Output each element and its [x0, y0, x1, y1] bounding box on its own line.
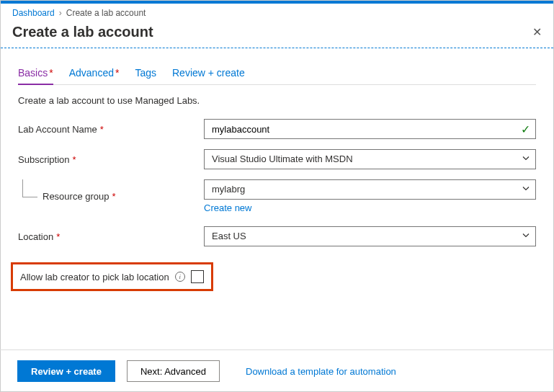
row-subscription: Subscription* Visual Studio Ultimate wit… [18, 149, 536, 169]
subscription-value: Visual Studio Ultimate with MSDN [212, 153, 353, 164]
tab-advanced[interactable]: Advanced* [69, 63, 120, 84]
tab-review[interactable]: Review + create [172, 63, 245, 84]
form-description: Create a lab account to use Managed Labs… [18, 95, 536, 106]
row-lab-account-name: Lab Account Name* ✓ [18, 119, 536, 139]
create-new-rg-link[interactable]: Create new [204, 202, 251, 213]
resource-group-select[interactable]: mylabrg [204, 179, 536, 200]
close-icon[interactable]: ✕ [532, 25, 542, 39]
resource-group-value: mylabrg [212, 184, 245, 195]
breadcrumb-root[interactable]: Dashboard [12, 8, 55, 18]
page-title: Create a lab account [12, 24, 153, 40]
required-asterisk: * [49, 67, 53, 79]
row-location: Location* East US [18, 226, 536, 246]
tab-advanced-label: Advanced [69, 67, 114, 79]
footer-bar: Review + create Next: Advanced Download … [0, 349, 554, 392]
breadcrumb-current: Create a lab account [66, 8, 146, 18]
tab-tags[interactable]: Tags [135, 63, 156, 84]
label-lab-account-name: Lab Account Name* [18, 124, 204, 135]
allow-lab-creator-checkbox[interactable] [191, 270, 204, 283]
row-resource-group: Resource group* mylabrg Create new [18, 179, 536, 213]
label-allow-lab-creator-location: Allow lab creator to pick lab location [20, 272, 169, 282]
subscription-select[interactable]: Visual Studio Ultimate with MSDN [204, 149, 536, 169]
next-advanced-button[interactable]: Next: Advanced [127, 360, 220, 382]
check-icon: ✓ [521, 122, 530, 136]
breadcrumb: Dashboard › Create a lab account [1, 4, 553, 21]
required-asterisk: * [115, 67, 119, 79]
lab-account-name-input[interactable] [204, 119, 536, 139]
tab-basics-label: Basics [18, 67, 48, 79]
main-content: Basics* Advanced* Tags Review + create C… [1, 48, 553, 291]
allow-lab-creator-highlight: Allow lab creator to pick lab location i [11, 262, 213, 291]
chevron-right-icon: › [59, 8, 62, 18]
label-location: Location* [18, 231, 204, 242]
location-value: East US [212, 231, 246, 241]
label-resource-group: Resource group* [18, 191, 204, 202]
review-create-button[interactable]: Review + create [17, 360, 115, 382]
location-select[interactable]: East US [204, 226, 536, 246]
download-template-link[interactable]: Download a template for automation [246, 366, 396, 377]
info-icon[interactable]: i [175, 272, 185, 282]
label-subscription: Subscription* [18, 154, 204, 165]
page-header: Create a lab account ✕ [1, 21, 553, 48]
tab-basics[interactable]: Basics* [18, 63, 53, 84]
tab-strip: Basics* Advanced* Tags Review + create [18, 63, 536, 85]
